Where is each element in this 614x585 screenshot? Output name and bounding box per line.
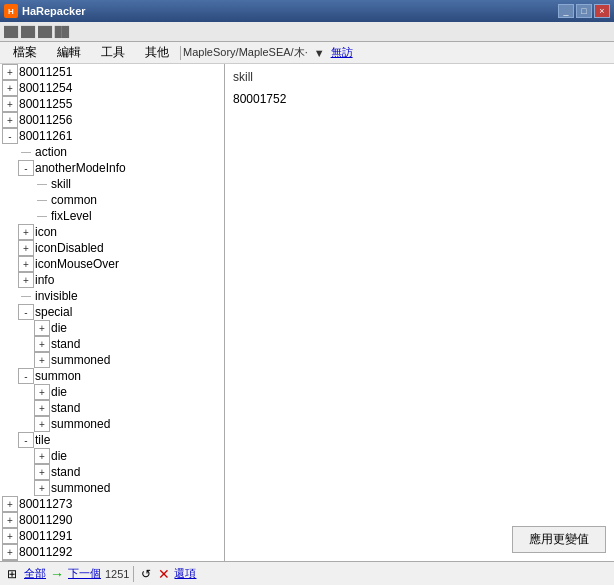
- tree-item[interactable]: +iconDisabled: [0, 240, 224, 256]
- tree-item[interactable]: +icon: [0, 224, 224, 240]
- main-area: +80011251+80011254+80011255+80011256-800…: [0, 64, 614, 561]
- maximize-button[interactable]: □: [576, 4, 592, 18]
- node-label: special: [35, 304, 72, 320]
- expand-icon[interactable]: +: [18, 224, 34, 240]
- next-button[interactable]: 下一個: [68, 566, 101, 581]
- tree-item[interactable]: -tile: [0, 432, 224, 448]
- leaf-icon[interactable]: —: [34, 192, 50, 208]
- node-label: 80011292: [19, 544, 72, 560]
- tree-item[interactable]: +stand: [0, 400, 224, 416]
- tree-item[interactable]: +80011256: [0, 112, 224, 128]
- tree-item[interactable]: +80011254: [0, 80, 224, 96]
- expand-icon[interactable]: +: [34, 384, 50, 400]
- node-label: summon: [35, 368, 81, 384]
- node-label: 80011251: [19, 64, 72, 80]
- tree-item[interactable]: +80011292: [0, 544, 224, 560]
- refresh-icon[interactable]: ↺: [138, 566, 154, 582]
- menu-tools[interactable]: 工具: [92, 41, 134, 64]
- expand-icon[interactable]: +: [34, 448, 50, 464]
- tree-item[interactable]: +80011273: [0, 496, 224, 512]
- menu-edit[interactable]: 編輯: [48, 41, 90, 64]
- close-button[interactable]: ×: [594, 4, 610, 18]
- cancel-icon[interactable]: ✕: [158, 566, 170, 582]
- tree-item[interactable]: -anotherModeInfo: [0, 160, 224, 176]
- tree-item[interactable]: +summoned: [0, 352, 224, 368]
- node-label: die: [51, 320, 67, 336]
- tree-item[interactable]: +stand: [0, 336, 224, 352]
- leaf-icon[interactable]: —: [34, 176, 50, 192]
- tree-container[interactable]: +80011251+80011254+80011255+80011256-800…: [0, 64, 224, 561]
- node-label: fixLevel: [51, 208, 92, 224]
- expand-icon[interactable]: +: [2, 512, 18, 528]
- cancel-button[interactable]: 還項: [174, 566, 196, 581]
- expand-icon[interactable]: +: [34, 416, 50, 432]
- expand-icon[interactable]: +: [2, 64, 18, 80]
- expand-icon[interactable]: +: [2, 496, 18, 512]
- expand-icon[interactable]: +: [34, 352, 50, 368]
- tree-item[interactable]: —fixLevel: [0, 208, 224, 224]
- title-bar-left: H HaRepacker: [4, 4, 86, 18]
- collapse-icon[interactable]: -: [18, 432, 34, 448]
- tree-item[interactable]: +80011291: [0, 528, 224, 544]
- tree-item[interactable]: -special: [0, 304, 224, 320]
- node-label: 80011261: [19, 128, 72, 144]
- tree-item[interactable]: +info: [0, 272, 224, 288]
- node-label: anotherModeInfo: [35, 160, 126, 176]
- tree-item[interactable]: +die: [0, 320, 224, 336]
- tree-item[interactable]: -80011261: [0, 128, 224, 144]
- app-title: HaRepacker: [22, 5, 86, 17]
- tree-item[interactable]: +stand: [0, 464, 224, 480]
- tree-item[interactable]: +iconMouseOver: [0, 256, 224, 272]
- collapse-icon[interactable]: -: [18, 368, 34, 384]
- collapse-icon[interactable]: -: [18, 160, 34, 176]
- minimize-button[interactable]: _: [558, 4, 574, 18]
- tree-item[interactable]: +80011251: [0, 64, 224, 80]
- expand-icon[interactable]: +: [34, 336, 50, 352]
- path-link[interactable]: 無訪: [331, 45, 353, 60]
- next-nav-icon[interactable]: →: [50, 566, 64, 582]
- tree-item[interactable]: —skill: [0, 176, 224, 192]
- expand-icon[interactable]: +: [2, 112, 18, 128]
- tree-item[interactable]: +summoned: [0, 416, 224, 432]
- tree-item[interactable]: +80011290: [0, 512, 224, 528]
- toolbar-icons: ██ ██ ██ ██: [4, 26, 69, 37]
- tree-item[interactable]: +80011255: [0, 96, 224, 112]
- tree-item[interactable]: —common: [0, 192, 224, 208]
- menu-other[interactable]: 其他: [136, 41, 178, 64]
- expand-icon[interactable]: +: [18, 240, 34, 256]
- leaf-icon[interactable]: —: [34, 208, 50, 224]
- app-icon: H: [4, 4, 18, 18]
- node-label: stand: [51, 464, 80, 480]
- tree-item[interactable]: +summoned: [0, 480, 224, 496]
- expand-icon[interactable]: +: [2, 544, 18, 560]
- all-button[interactable]: 全部: [24, 566, 46, 581]
- leaf-icon[interactable]: —: [18, 144, 34, 160]
- expand-icon[interactable]: +: [18, 272, 34, 288]
- path-bar: MapleSory/MapleSEA/木· ▼ 無訪: [183, 45, 353, 60]
- collapse-icon[interactable]: -: [18, 304, 34, 320]
- tree-item[interactable]: -summon: [0, 368, 224, 384]
- collapse-icon[interactable]: -: [2, 128, 18, 144]
- expand-icon[interactable]: +: [34, 464, 50, 480]
- tree-item[interactable]: —action: [0, 144, 224, 160]
- expand-icon[interactable]: +: [18, 256, 34, 272]
- tree-item[interactable]: —invisible: [0, 288, 224, 304]
- expand-icon[interactable]: +: [2, 80, 18, 96]
- menu-file[interactable]: 檔案: [4, 41, 46, 64]
- apply-button[interactable]: 應用更變值: [512, 526, 606, 553]
- expand-icon[interactable]: +: [34, 400, 50, 416]
- node-label: die: [51, 384, 67, 400]
- tree-item[interactable]: +die: [0, 448, 224, 464]
- expand-icon[interactable]: +: [34, 480, 50, 496]
- expand-icon[interactable]: +: [2, 96, 18, 112]
- node-label: icon: [35, 224, 57, 240]
- tree-item[interactable]: +die: [0, 384, 224, 400]
- node-label: tile: [35, 432, 50, 448]
- status-grid-icon: ⊞: [4, 566, 20, 582]
- leaf-icon[interactable]: —: [18, 288, 34, 304]
- path-segment: MapleSory/MapleSEA/木·: [183, 45, 308, 60]
- expand-icon[interactable]: +: [34, 320, 50, 336]
- expand-icon[interactable]: +: [2, 528, 18, 544]
- node-label: summoned: [51, 352, 110, 368]
- node-label: 80011256: [19, 112, 72, 128]
